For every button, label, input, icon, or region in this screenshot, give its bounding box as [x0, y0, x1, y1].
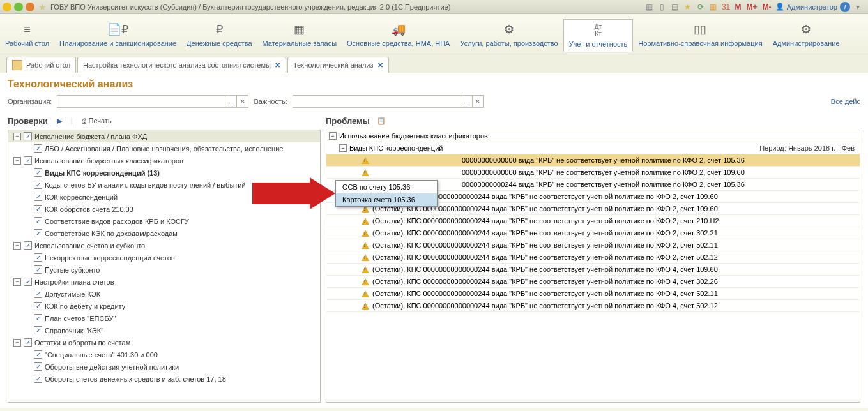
tree-row[interactable]: −✓Исполнение бюджета / плана ФХД — [8, 130, 320, 142]
checkbox[interactable]: ✓ — [34, 314, 42, 322]
checks-tree[interactable]: −✓Исполнение бюджета / плана ФХД✓ЛБО / А… — [8, 130, 321, 403]
collapse-icon[interactable]: − — [329, 132, 337, 140]
tab-close-icon[interactable]: ✕ — [275, 61, 280, 70]
imp-input[interactable]: ... ✕ — [293, 95, 484, 108]
print-button[interactable]: 🖨 Печать — [78, 116, 114, 126]
checkbox[interactable]: ✓ — [34, 205, 42, 213]
user-link[interactable]: 👤 Администратор — [775, 3, 837, 11]
problem-row[interactable]: (Остатки). КПС 00000000000000244 вида "К… — [326, 239, 860, 251]
checkbox[interactable]: ✓ — [24, 132, 32, 140]
tree-row[interactable]: ✓КЭК по дебету и кредиту — [8, 300, 320, 312]
checkbox[interactable]: ✓ — [34, 265, 42, 274]
refresh-icon[interactable]: ▶ — [53, 114, 66, 127]
problems-list[interactable]: − Использование бюджетных классификаторо… — [326, 130, 860, 403]
expand-icon[interactable]: − — [13, 278, 21, 286]
tree-row[interactable]: ✓Обороты вне действия учетной политики — [8, 361, 320, 373]
tree-row[interactable]: ✓ЛБО / Ассигнования / Плановые назначени… — [8, 142, 320, 154]
section-desktop[interactable]: ≡ Рабочий стол — [0, 19, 54, 51]
context-osv[interactable]: ОСВ по счету 105.36 — [336, 181, 437, 193]
problem-row[interactable]: (Остатки). КПС 00000000000000244 вида "К… — [326, 276, 860, 288]
problem-row[interactable]: (Остатки). КПС 00000000000000244 вида "К… — [326, 251, 860, 264]
window-btn-close-icon[interactable] — [26, 3, 34, 11]
info-icon[interactable]: i — [840, 2, 850, 12]
dropdown-icon[interactable]: ▾ — [853, 2, 863, 12]
favorites-star-icon[interactable]: ★ — [38, 2, 47, 12]
checkbox[interactable]: ✓ — [24, 156, 32, 165]
tree-row[interactable]: ✓Соответствие КЭК по доходам/расходам — [8, 227, 320, 239]
checkbox[interactable]: ✓ — [34, 181, 42, 189]
section-planning[interactable]: 📄₽ Планирование и санкционирование — [54, 19, 181, 51]
tree-row[interactable]: −✓Остатки и обороты по счетам — [8, 336, 320, 348]
checkbox[interactable]: ✓ — [34, 229, 42, 237]
problem-row[interactable]: 00000000000000 вида "КРБ" не соответству… — [326, 154, 860, 167]
section-reference[interactable]: ▯▯ Нормативно-справочная информация — [633, 19, 767, 51]
tab-close-icon[interactable]: ✕ — [377, 61, 383, 70]
checkbox[interactable]: ✓ — [34, 350, 42, 359]
checkbox[interactable]: ✓ — [34, 362, 42, 371]
tab-analysis[interactable]: Технологический анализ ✕ — [287, 57, 389, 73]
window-btn-1c-icon[interactable] — [3, 3, 11, 11]
m-minus-button[interactable]: M- — [761, 3, 773, 11]
section-assets[interactable]: 🚚 Основные средства, НМА, НПА — [342, 19, 455, 51]
imp-clear-icon[interactable]: ✕ — [472, 96, 483, 107]
checkbox[interactable]: ✓ — [24, 241, 32, 250]
org-select-icon[interactable]: ... — [225, 96, 236, 107]
section-accounting[interactable]: ДтКт Учет и отчетность — [563, 19, 634, 52]
favorites-icon[interactable]: ★ — [683, 2, 693, 12]
context-card[interactable]: Карточка счета 105.36 — [336, 193, 437, 206]
tree-row[interactable]: −✓Использование счетов и субконто — [8, 239, 320, 251]
checkbox[interactable]: ✓ — [34, 217, 42, 225]
tree-row[interactable]: ✓Обороты счетов денежных средств и заб. … — [8, 373, 320, 385]
tree-row[interactable]: ✓План счетов "ЕПСБУ" — [8, 312, 320, 324]
tab-desktop[interactable]: Рабочий стол — [6, 57, 76, 73]
tree-row[interactable]: ✓Некорректные корреспонденции счетов — [8, 251, 320, 264]
tree-row[interactable]: ✓"Специальные счета" 401.30 и 000 — [8, 348, 320, 361]
toolbar-icon-2[interactable]: ▯ — [657, 2, 667, 12]
calculator-icon[interactable]: ▦ — [708, 2, 719, 12]
calendar-icon[interactable]: 31 — [721, 2, 731, 12]
section-money[interactable]: ₽ Денежные средства — [181, 19, 257, 51]
checkbox[interactable]: ✓ — [34, 302, 42, 310]
tree-row[interactable]: −✓Использование бюджетных классификаторо… — [8, 154, 320, 167]
problem-row[interactable]: (Остатки). КПС 00000000000000244 вида "К… — [326, 215, 860, 227]
checkbox[interactable]: ✓ — [34, 253, 42, 262]
problem-row[interactable]: (Остатки). КПС 00000000000000244 вида "К… — [326, 288, 860, 300]
tree-row[interactable]: ✓Соответствие видов расходов КРБ и КОСГУ — [8, 215, 320, 227]
problem-subgroup-row[interactable]: − Виды КПС корреспонденций Период: Январ… — [326, 142, 860, 154]
copy-icon[interactable]: 📋 — [375, 114, 388, 127]
org-clear-icon[interactable]: ✕ — [236, 96, 248, 107]
checkbox[interactable]: ✓ — [34, 290, 42, 298]
expand-icon[interactable]: − — [13, 133, 21, 140]
toolbar-icon-3[interactable]: ▤ — [670, 2, 680, 12]
section-admin[interactable]: ⚙ Администрирование — [768, 19, 845, 51]
problem-row[interactable]: (Остатки). КПС 00000000000000244 вида "К… — [326, 227, 860, 239]
problem-row[interactable]: (Остатки). КПС 00000000000000244 вида "К… — [326, 264, 860, 276]
tree-row[interactable]: ✓Справочник "КЭК" — [8, 324, 320, 336]
problem-row[interactable]: 00000000000000 вида "КРБ" не соответству… — [326, 167, 860, 179]
history-icon[interactable]: ⟳ — [696, 2, 706, 12]
imp-select-icon[interactable]: ... — [461, 96, 472, 107]
tree-row[interactable]: −✓Настройки плана счетов — [8, 276, 320, 288]
checkbox[interactable]: ✓ — [24, 338, 32, 347]
expand-icon[interactable]: − — [13, 339, 21, 347]
tree-row[interactable]: ✓Допустимые КЭК — [8, 288, 320, 300]
problem-group-row[interactable]: − Использование бюджетных классификаторо… — [326, 130, 860, 142]
tab-settings[interactable]: Настройка технологического анализа состо… — [77, 57, 286, 73]
org-input[interactable]: ... ✕ — [57, 95, 248, 108]
window-btn-min-icon[interactable] — [14, 3, 23, 11]
checkbox[interactable]: ✓ — [34, 326, 42, 334]
expand-icon[interactable]: − — [13, 242, 21, 250]
tree-row[interactable]: ✓Пустые субконто — [8, 264, 320, 276]
all-actions-link[interactable]: Все дейс — [831, 98, 860, 105]
m-plus-button[interactable]: M+ — [745, 3, 759, 11]
m-button[interactable]: M — [734, 3, 743, 11]
toolbar-icon-1[interactable]: ▦ — [644, 2, 655, 12]
checkbox[interactable]: ✓ — [34, 144, 42, 153]
collapse-icon[interactable]: − — [339, 144, 347, 152]
section-inventory[interactable]: ▦ Материальные запасы — [257, 19, 342, 51]
checkbox[interactable]: ✓ — [34, 168, 42, 177]
problem-row[interactable]: (Остатки). КПС 00000000000000244 вида "К… — [326, 300, 860, 312]
section-services[interactable]: ⚙ Услуги, работы, производство — [455, 19, 563, 51]
checkbox[interactable]: ✓ — [34, 193, 42, 201]
expand-icon[interactable]: − — [13, 157, 21, 165]
